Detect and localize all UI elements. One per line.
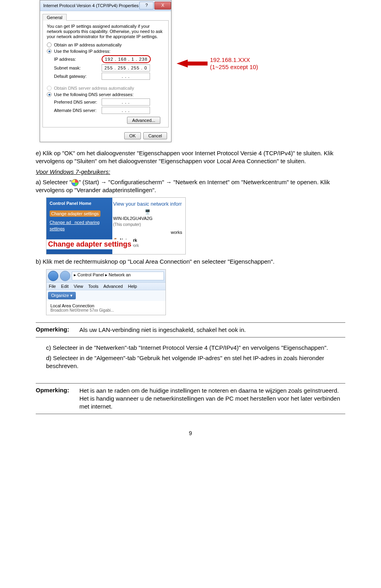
change-advanced-sharing-link[interactable]: Change ad nced sharing: [50, 220, 100, 225]
radio-use-ip[interactable]: [47, 49, 52, 54]
organize-button[interactable]: Organize ▾: [48, 292, 76, 299]
tab-general[interactable]: General: [42, 14, 67, 21]
label-use-ip: Use the following IP address:: [54, 49, 110, 54]
divider: [36, 414, 345, 414]
menu-view[interactable]: View: [74, 284, 83, 289]
divider: [36, 322, 345, 323]
label-use-dns: Use the following DNS server addresses:: [54, 92, 134, 97]
dialog-titlebar: Internet Protocol Version 4 (TCP/IPv4) P…: [40, 0, 171, 11]
ipv4-dialog-screenshot: Internet Protocol Version 4 (TCP/IPv4) P…: [40, 0, 345, 142]
label-default-gateway: Default gateway:: [54, 74, 102, 79]
computer-sub: (This computer): [113, 222, 182, 227]
default-gateway-field[interactable]: . . .: [102, 73, 150, 80]
dialog-description: You can get IP settings assigned automat…: [47, 24, 164, 39]
annotation-line1: 192.168.1.XXX: [210, 56, 258, 64]
alternate-dns-field[interactable]: . . .: [102, 107, 150, 114]
label-auto-dns: Obtain DNS server address automatically: [54, 86, 134, 91]
cp-home-label: Control Panel Home: [50, 201, 109, 206]
preferred-dns-field[interactable]: . . .: [102, 98, 150, 106]
divider: [36, 383, 345, 384]
dialog-title: Internet Protocol Version 4 (TCP/IPv4) P…: [42, 3, 139, 8]
change-adapter-overlay: Change adapter settings: [46, 239, 133, 249]
win7-heading: Voor Windows 7-gebruikers:: [36, 168, 110, 175]
cancel-button[interactable]: Cancel: [143, 132, 167, 139]
divider: [36, 337, 345, 337]
network-connections-screenshot: ▸ Control Panel ▸ Network an File Edit V…: [46, 269, 166, 315]
annotation-line2: (1~255 except 10): [210, 64, 258, 71]
subnet-mask-field[interactable]: 255 . 255 . 255 . 0: [102, 64, 150, 71]
close-button[interactable]: X: [154, 2, 171, 10]
lac-device: Broadcom NetXtreme 57xx Gigabi...: [50, 308, 162, 312]
menu-help[interactable]: Help: [128, 284, 137, 289]
menu-file[interactable]: File: [49, 284, 56, 289]
note-text-2: Het is aan te raden om de huidige instel…: [79, 387, 345, 411]
cp-title: View your basic network inforr: [113, 201, 182, 207]
step-b: b) Klik met de rechtermuisknop op "Local…: [36, 258, 345, 266]
label-alternate-dns: Alternate DNS server:: [54, 108, 102, 113]
label-subnet-mask: Subnet mask:: [54, 66, 102, 70]
change-adapter-link[interactable]: Change adapter settings: [50, 210, 100, 217]
menu-bar: File Edit View Tools Advanced Help: [46, 283, 165, 290]
forward-button[interactable]: [60, 271, 70, 281]
label-ip-address: IP address:: [54, 57, 102, 62]
works-label: works: [113, 230, 182, 235]
back-button[interactable]: [48, 271, 58, 281]
step-e: e) Klik op "OK" om het dialoogvenster "E…: [36, 149, 345, 166]
ip-address-field[interactable]: 192 . 168 . 1 . 238: [102, 55, 151, 63]
radio-auto-dns[interactable]: [47, 86, 52, 91]
lac-name: Local Area Connection: [50, 303, 162, 308]
step-c: c) Selecteer in de "Netwerken"-tab "Inte…: [46, 344, 345, 352]
menu-advanced[interactable]: Advanced: [103, 284, 123, 289]
advanced-button[interactable]: Advanced...: [127, 117, 160, 124]
radio-use-dns[interactable]: [47, 92, 52, 97]
start-icon: [71, 179, 79, 186]
breadcrumb[interactable]: ▸ Control Panel ▸ Network an: [72, 272, 164, 280]
control-panel-screenshot: Control Panel Home Change adapter settin…: [46, 197, 186, 254]
menu-edit[interactable]: Edit: [61, 284, 69, 289]
local-area-connection-item[interactable]: Local Area Connection Broadcom NetXtreme…: [46, 301, 165, 315]
note-text-1: Als uw LAN-verbinding niet is ingeschake…: [79, 326, 345, 334]
menu-tools[interactable]: Tools: [88, 284, 98, 289]
settings-link[interactable]: settings: [50, 226, 109, 231]
note-label-1: Opmerking:: [36, 326, 79, 334]
help-button[interactable]: ?: [139, 2, 154, 10]
note-label-2: Opmerking:: [36, 387, 79, 411]
step-d: d) Selecteer in de "Algemeen"-tab "Gebru…: [46, 354, 345, 370]
ok-button[interactable]: OK: [124, 132, 141, 139]
label-preferred-dns: Preferred DNS server:: [54, 100, 102, 104]
ip-annotation: 192.168.1.XXX (1~255 except 10): [177, 56, 258, 71]
label-auto-ip: Obtain an IP address automatically: [54, 42, 121, 47]
step-a: a) Selecteer "" (Start) → "Configuraties…: [36, 178, 345, 195]
page-number: 9: [36, 430, 345, 436]
computer-name: WIN-IDL2GU4VA2G: [113, 216, 182, 221]
radio-auto-ip[interactable]: [47, 42, 52, 47]
